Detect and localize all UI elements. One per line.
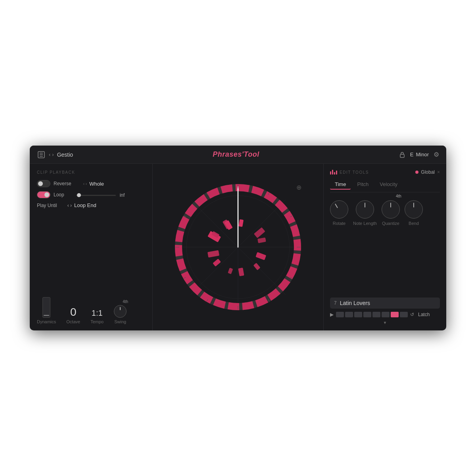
note-value: Whole [89, 181, 104, 187]
reverse-toggle[interactable] [37, 180, 50, 187]
close-icon[interactable]: × [437, 169, 440, 175]
loop-toggle[interactable] [37, 191, 50, 198]
slider-track[interactable] [76, 195, 116, 196]
project-name: Gestio [57, 152, 73, 158]
clip-playback-label: CLIP PLAYBACK [37, 170, 145, 175]
octave-value: 0 [70, 307, 77, 318]
quantize-label: Quantize [382, 221, 399, 226]
octave-label: Octave [66, 319, 80, 324]
title-main: Phrases [213, 150, 242, 158]
rotate-label: Rotate [333, 221, 345, 226]
svg-rect-17 [238, 268, 244, 276]
svg-rect-20 [207, 250, 219, 258]
left-panel: CLIP PLAYBACK Reverse ‹ › Whole [30, 164, 153, 330]
phrase-name: Latin Lovers [340, 300, 436, 306]
key-scale: Minor [416, 152, 429, 157]
title-sub: 'Tool [242, 150, 259, 158]
circle-wrapper: ⊕ [171, 180, 305, 315]
rotate-knob[interactable] [330, 200, 348, 219]
lock-icon [399, 152, 405, 158]
play-button[interactable]: ▶ [330, 312, 334, 317]
reverse-control: Reverse [37, 180, 71, 187]
edit-tools-text: EDIT TOOLS [340, 170, 369, 175]
nav-next[interactable]: › [52, 152, 54, 157]
transport-row: ▶ ↺ Latch [330, 312, 440, 317]
toggle-thumb-loop [44, 192, 49, 197]
svg-rect-18 [228, 268, 233, 274]
center-area: ⊕ [153, 164, 323, 330]
svg-rect-12 [238, 219, 244, 227]
beat-8 [400, 312, 408, 317]
slider-thumb [77, 193, 81, 197]
beat-5 [372, 312, 380, 317]
settings-icon[interactable]: ⚙ [434, 151, 439, 158]
header-left: ‹ › Gestio [37, 150, 73, 159]
note-length-knob-item: Note Length [353, 200, 377, 226]
loop-label: Loop [54, 192, 64, 198]
crosshair-icon[interactable]: ⊕ [296, 184, 301, 191]
swing-badge: 4th [123, 299, 128, 304]
note-length-label: Note Length [353, 221, 377, 226]
controls-row-2: Loop inf [37, 191, 145, 198]
latch-button[interactable]: Latch [418, 312, 430, 317]
swing-control: 4th Swing [114, 305, 127, 324]
loop-button[interactable]: ↺ [410, 312, 414, 317]
phrase-selector[interactable]: 7 Latin Lovers [330, 298, 440, 309]
key-display: E Minor [410, 152, 429, 157]
key-note: E [410, 152, 414, 157]
quantize-wrap: 4th [382, 200, 400, 219]
quantize-knob-item: 4th Quantize [382, 200, 400, 226]
tempo-value: 1:1 [92, 309, 103, 318]
beat-2 [345, 312, 353, 317]
swing-knob[interactable] [114, 305, 127, 318]
note-length-knob[interactable] [356, 200, 374, 219]
app-title: Phrases'Tool [213, 150, 259, 159]
global-dot [415, 171, 418, 174]
reverse-label: Reverse [54, 181, 71, 186]
phrase-section: 7 Latin Lovers ▶ ↺ [330, 298, 440, 325]
beat-7 [391, 312, 399, 317]
loop-control: Loop [37, 191, 64, 198]
loop-end-label: Loop End [74, 202, 96, 208]
tempo-label: Tempo [90, 319, 104, 324]
dynamics-label: Dynamics [37, 319, 56, 324]
down-arrow-icon: ▼ [330, 321, 440, 325]
bottom-controls: Dynamics 0 Octave 1:1 Tempo 4th [37, 293, 145, 324]
beat-indicators [336, 312, 408, 317]
slider-value: inf [120, 192, 125, 198]
beat-4 [363, 312, 371, 317]
bend-knob[interactable] [405, 200, 423, 219]
play-until-label: Play Until [37, 203, 57, 208]
beat-3 [354, 312, 362, 317]
circle-visualization [171, 180, 305, 315]
global-toggle[interactable]: Global × [415, 169, 440, 175]
dynamics-fader[interactable] [42, 297, 50, 318]
knobs-grid: Rotate Note Length 4th Quantize [330, 200, 440, 226]
fader-line [44, 315, 49, 316]
cube-icon [37, 150, 46, 159]
tab-velocity[interactable]: Velocity [375, 180, 402, 190]
note-row: ‹ › Whole [83, 181, 104, 187]
global-label: Global [421, 169, 435, 175]
swing-label: Swing [114, 319, 126, 324]
nav-arrows[interactable]: ‹ › [49, 152, 54, 157]
tab-pitch[interactable]: Pitch [352, 180, 373, 190]
rotate-knob-item: Rotate [330, 200, 348, 226]
swing-knob-wrap: 4th [114, 305, 127, 318]
app-container: ‹ › Gestio Phrases'Tool E Minor ⚙ CLIP P… [30, 146, 446, 330]
tempo-control: 1:1 Tempo [90, 309, 104, 324]
quantize-knob[interactable] [382, 200, 400, 219]
right-panel: EDIT TOOLS Global × Time Pitch Velocity … [323, 164, 446, 330]
nav-prev[interactable]: ‹ [49, 152, 50, 157]
svg-rect-1 [400, 154, 404, 157]
tabs-row: Time Pitch Velocity [330, 180, 440, 192]
bend-knob-item: Bend [405, 200, 423, 226]
dynamics-control: Dynamics [37, 297, 56, 324]
tab-time[interactable]: Time [330, 180, 351, 190]
note-chevrons[interactable]: ‹ › [83, 182, 87, 186]
beat-1 [336, 312, 344, 317]
bars-icon [330, 170, 337, 175]
loop-end-chevrons[interactable]: ‹ › [67, 203, 72, 208]
octave-control: 0 Octave [66, 307, 80, 324]
phrase-number: 7 [334, 300, 337, 306]
